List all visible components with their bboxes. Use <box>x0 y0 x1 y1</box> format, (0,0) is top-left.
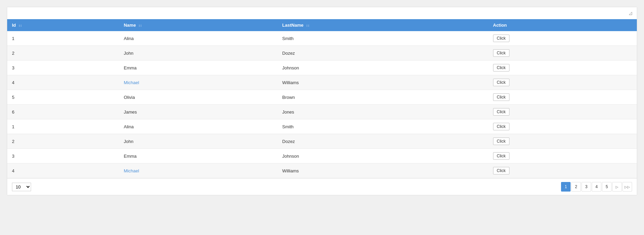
sort-icon-id: ↕↕ <box>18 24 22 27</box>
filter-icon[interactable]: ⊿ <box>628 10 633 16</box>
column-lastname-label: LastName <box>282 23 304 28</box>
column-header-lastname[interactable]: LastName ↕↕ <box>278 19 488 31</box>
click-button[interactable]: Click <box>493 93 509 101</box>
cell-lastname: Smith <box>278 31 488 46</box>
cell-action: Click <box>488 105 637 119</box>
cell-name: Michael <box>119 164 277 178</box>
cell-action: Click <box>488 61 637 75</box>
column-header-name[interactable]: Name ↕↕ <box>119 19 277 31</box>
data-table: Id ↕↕ Name ↕↕ LastName ↕↕ Action 1AlinaS… <box>7 19 637 178</box>
cell-id: 5 <box>7 90 119 105</box>
cell-id: 1 <box>7 31 119 46</box>
click-button[interactable]: Click <box>493 49 509 57</box>
table-body: 1AlinaSmithClick2JohnDozezClick3EmmaJohn… <box>7 31 637 178</box>
page-button-1[interactable]: 1 <box>561 182 571 192</box>
cell-action: Click <box>488 149 637 164</box>
cell-name: John <box>119 134 277 149</box>
cell-id: 3 <box>7 61 119 75</box>
cell-name: Emma <box>119 61 277 75</box>
cell-lastname: Williams <box>278 75 488 90</box>
rows-per-page-wrapper: 102050100 <box>12 183 31 191</box>
page-button-2[interactable]: 2 <box>571 182 581 192</box>
cell-lastname: Johnson <box>278 61 488 75</box>
cell-action: Click <box>488 119 637 134</box>
cell-name: Emma <box>119 149 277 164</box>
cell-id: 4 <box>7 164 119 178</box>
click-button[interactable]: Click <box>493 79 509 86</box>
cell-name: John <box>119 46 277 61</box>
click-button[interactable]: Click <box>493 167 509 174</box>
cell-id: 4 <box>7 75 119 90</box>
cell-action: Click <box>488 90 637 105</box>
cell-lastname: Brown <box>278 90 488 105</box>
cell-id: 6 <box>7 105 119 119</box>
cell-name: James <box>119 105 277 119</box>
table-row: 5OliviaBrownClick <box>7 90 637 105</box>
cell-lastname: Williams <box>278 164 488 178</box>
cell-lastname: Johnson <box>278 149 488 164</box>
pagination-last-button[interactable]: ▷▷ <box>622 182 632 192</box>
cell-lastname: Dozez <box>278 46 488 61</box>
cell-lastname: Jones <box>278 105 488 119</box>
sort-icon-name: ↕↕ <box>139 24 142 27</box>
column-header-action: Action <box>488 19 637 31</box>
table-row: 2JohnDozezClick <box>7 46 637 61</box>
cell-id: 2 <box>7 134 119 149</box>
cell-lastname: Dozez <box>278 134 488 149</box>
table-header-row: Id ↕↕ Name ↕↕ LastName ↕↕ Action <box>7 19 637 31</box>
cell-action: Click <box>488 164 637 178</box>
page-button-4[interactable]: 4 <box>592 182 601 192</box>
sort-icon-lastname: ↕↕ <box>306 24 309 27</box>
cell-action: Click <box>488 31 637 46</box>
table-row: 1AlinaSmithClick <box>7 31 637 46</box>
page-button-5[interactable]: 5 <box>602 182 612 192</box>
click-button[interactable]: Click <box>493 64 509 71</box>
table-toolbar: ⊿ <box>7 7 637 19</box>
click-button[interactable]: Click <box>493 152 509 160</box>
cell-id: 3 <box>7 149 119 164</box>
cell-action: Click <box>488 134 637 149</box>
table-row: 1AlinaSmithClick <box>7 119 637 134</box>
click-button[interactable]: Click <box>493 138 509 145</box>
page-button-3[interactable]: 3 <box>582 182 591 192</box>
cell-action: Click <box>488 75 637 90</box>
cell-id: 2 <box>7 46 119 61</box>
table-row: 3EmmaJohnsonClick <box>7 61 637 75</box>
cell-name: Olivia <box>119 90 277 105</box>
table-row: 2JohnDozezClick <box>7 134 637 149</box>
table-row: 3EmmaJohnsonClick <box>7 149 637 164</box>
column-action-label: Action <box>493 23 507 28</box>
column-header-id[interactable]: Id ↕↕ <box>7 19 119 31</box>
table-row: 4MichaelWilliamsClick <box>7 75 637 90</box>
cell-name: Alina <box>119 31 277 46</box>
table-row: 4MichaelWilliamsClick <box>7 164 637 178</box>
column-name-label: Name <box>124 23 136 28</box>
cell-id: 1 <box>7 119 119 134</box>
main-container: ⊿ Id ↕↕ Name ↕↕ LastName ↕↕ Action <box>7 7 637 195</box>
click-button[interactable]: Click <box>493 123 509 130</box>
rows-per-page-select[interactable]: 102050100 <box>12 183 31 191</box>
pagination-next-button[interactable]: ▷ <box>612 182 622 192</box>
click-button[interactable]: Click <box>493 108 509 116</box>
cell-action: Click <box>488 46 637 61</box>
table-footer: 102050100 12345▷▷▷ <box>7 178 637 195</box>
table-row: 6JamesJonesClick <box>7 105 637 119</box>
column-id-label: Id <box>12 23 16 28</box>
cell-name: Michael <box>119 75 277 90</box>
pagination: 12345▷▷▷ <box>561 182 632 192</box>
cell-lastname: Smith <box>278 119 488 134</box>
click-button[interactable]: Click <box>493 35 509 42</box>
cell-name: Alina <box>119 119 277 134</box>
